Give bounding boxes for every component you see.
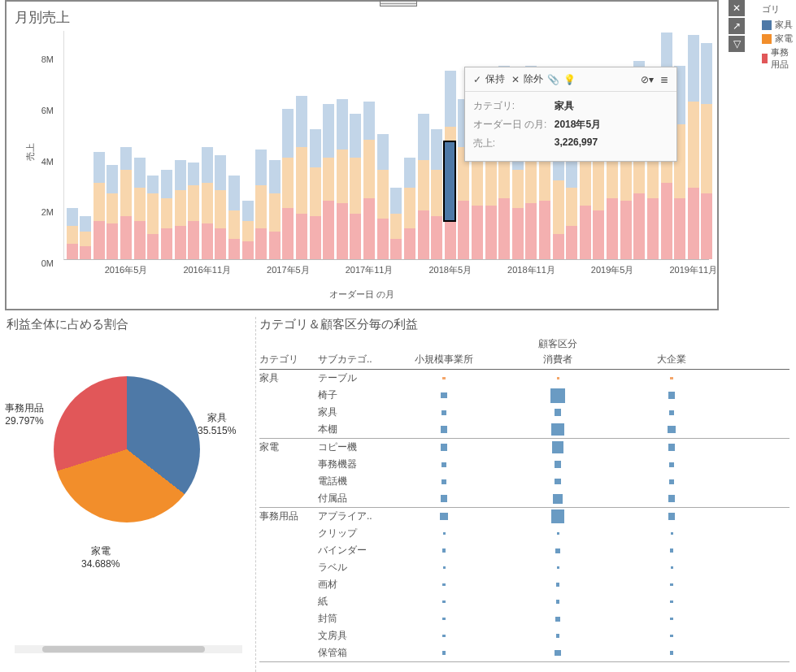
- bar-segment[interactable]: [147, 193, 159, 234]
- matrix-row[interactable]: 保管箱: [259, 644, 789, 661]
- matrix-cell[interactable]: [387, 495, 501, 501]
- bar-segment[interactable]: [498, 198, 510, 259]
- matrix-cell[interactable]: [387, 479, 501, 484]
- bar-segment[interactable]: [94, 152, 105, 183]
- bar[interactable]: [147, 176, 159, 259]
- matrix-row[interactable]: 封筒: [259, 610, 789, 627]
- group-icon[interactable]: ⊘▾: [641, 74, 654, 85]
- bar-segment[interactable]: [418, 160, 429, 211]
- external-link-icon[interactable]: ↗: [729, 18, 745, 34]
- bar-segment[interactable]: [107, 223, 118, 259]
- matrix-cell[interactable]: [615, 532, 729, 535]
- bar-segment[interactable]: [67, 226, 78, 244]
- bar-segment[interactable]: [269, 193, 281, 232]
- matrix-cell[interactable]: [387, 651, 501, 655]
- bar-segment[interactable]: [67, 244, 78, 259]
- matrix-cell[interactable]: [615, 426, 729, 434]
- matrix-cell[interactable]: [501, 532, 615, 535]
- bar-segment[interactable]: [282, 109, 294, 158]
- bar-segment[interactable]: [607, 198, 618, 259]
- bar-segment[interactable]: [161, 170, 172, 197]
- selected-bar[interactable]: [443, 141, 456, 222]
- matrix-cell[interactable]: [501, 377, 615, 379]
- bar-segment[interactable]: [337, 99, 348, 150]
- bar-segment[interactable]: [134, 188, 146, 221]
- matrix-cell[interactable]: [615, 479, 729, 484]
- pie-graphic[interactable]: [54, 376, 200, 522]
- bar-segment[interactable]: [390, 214, 402, 239]
- bar-segment[interactable]: [566, 188, 577, 226]
- bar-segment[interactable]: [80, 232, 91, 247]
- matrix-row[interactable]: 付属品: [259, 490, 789, 507]
- matrix-cell[interactable]: [387, 532, 501, 535]
- matrix-cell[interactable]: [387, 426, 501, 432]
- bar[interactable]: [390, 188, 402, 259]
- bar[interactable]: [337, 99, 348, 259]
- bar[interactable]: [94, 152, 105, 259]
- matrix-cell[interactable]: [501, 548, 615, 553]
- bar-segment[interactable]: [202, 183, 213, 223]
- matrix-cell[interactable]: [615, 566, 729, 569]
- attachment-icon[interactable]: 📎: [548, 74, 559, 85]
- bar-segment[interactable]: [323, 104, 334, 158]
- header-col[interactable]: 小規模事業所: [387, 353, 501, 366]
- matrix-cell[interactable]: [615, 377, 729, 380]
- matrix-cell[interactable]: [501, 600, 615, 604]
- matrix-cell[interactable]: [615, 600, 729, 604]
- bar-segment[interactable]: [337, 203, 348, 259]
- matrix-cell[interactable]: [615, 495, 729, 501]
- bar-segment[interactable]: [472, 206, 483, 259]
- bar-segment[interactable]: [390, 239, 402, 259]
- matrix-row[interactable]: 事務機器: [259, 456, 789, 473]
- bar-segment[interactable]: [363, 198, 375, 259]
- bar-segment[interactable]: [688, 35, 699, 101]
- matrix-cell[interactable]: [387, 548, 501, 553]
- bar-segment[interactable]: [688, 102, 699, 189]
- bar-segment[interactable]: [580, 206, 591, 259]
- bar[interactable]: [512, 147, 524, 259]
- matrix-row[interactable]: 家電コピー機: [259, 439, 789, 456]
- bar[interactable]: [228, 176, 240, 259]
- bar-segment[interactable]: [269, 232, 281, 259]
- matrix-cell[interactable]: [387, 566, 501, 569]
- matrix-cell[interactable]: [501, 617, 615, 622]
- bar-segment[interactable]: [553, 234, 564, 259]
- matrix-cell[interactable]: [501, 461, 615, 467]
- bar[interactable]: [377, 134, 389, 259]
- bar-segment[interactable]: [175, 226, 186, 259]
- bar-segment[interactable]: [202, 223, 213, 259]
- bar-segment[interactable]: [120, 170, 132, 215]
- bar-segment[interactable]: [215, 155, 226, 191]
- bar-segment[interactable]: [377, 170, 389, 219]
- bar-segment[interactable]: [431, 129, 442, 170]
- lightbulb-icon[interactable]: 💡: [564, 74, 576, 85]
- bar-segment[interactable]: [215, 190, 226, 228]
- matrix-row[interactable]: 事務用品アプライア..: [259, 508, 789, 525]
- bar[interactable]: [688, 35, 699, 259]
- bar-segment[interactable]: [566, 226, 577, 259]
- bar-segment[interactable]: [512, 208, 524, 259]
- matrix-row[interactable]: 電話機: [259, 473, 789, 490]
- bar-segment[interactable]: [377, 134, 389, 170]
- matrix-row[interactable]: 本棚: [259, 421, 789, 438]
- bar-segment[interactable]: [296, 147, 307, 213]
- bar-segment[interactable]: [296, 214, 307, 259]
- matrix-row[interactable]: 文房具: [259, 627, 789, 644]
- bar-segment[interactable]: [661, 183, 672, 259]
- bar-segment[interactable]: [175, 160, 186, 191]
- bar[interactable]: [80, 216, 91, 259]
- bar-segment[interactable]: [633, 193, 645, 259]
- matrix-cell[interactable]: [501, 650, 615, 656]
- bar-segment[interactable]: [553, 180, 564, 234]
- matrix-cell[interactable]: [615, 513, 729, 519]
- bar-segment[interactable]: [228, 239, 240, 259]
- bar-segment[interactable]: [94, 221, 105, 259]
- matrix-row[interactable]: 家具テーブル: [259, 370, 789, 387]
- matrix-cell[interactable]: [501, 441, 615, 453]
- bar-segment[interactable]: [350, 214, 361, 259]
- bar-segment[interactable]: [418, 210, 429, 259]
- bar-segment[interactable]: [485, 206, 497, 259]
- bar[interactable]: [701, 43, 712, 259]
- bar[interactable]: [282, 109, 294, 259]
- panel-divider[interactable]: [255, 317, 256, 672]
